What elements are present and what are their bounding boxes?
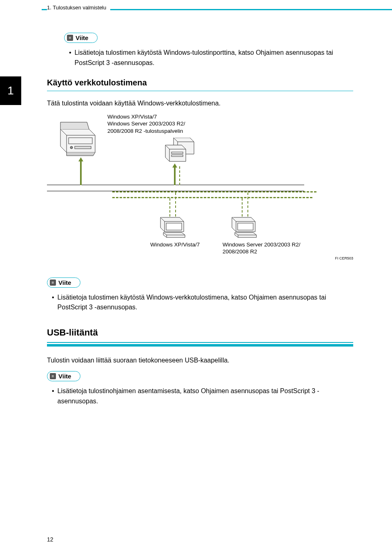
network-dashed-line (175, 192, 176, 217)
note-icon: ≡ (67, 35, 73, 41)
bullet-text: Lisätietoja tulostimen käytöstä Windows-… (58, 293, 353, 313)
svg-rect-0 (69, 138, 92, 144)
body-text: Tulostin voidaan liittää suoraan tietoko… (47, 356, 353, 365)
diagram-code: FI CER503 (335, 256, 353, 260)
reference-badge: ≡ Viite (47, 277, 80, 288)
svg-rect-3 (172, 152, 183, 154)
network-diagram: Windows XP/Vista/7 Windows Server 2003/2… (47, 113, 353, 273)
bullet-text: Lisätietoja tulostinohjaimen asentamises… (58, 386, 353, 407)
body-text: Tätä tulostinta voidaan käyttää Windows-… (47, 98, 353, 108)
section-rule (47, 344, 353, 347)
viite-label: Viite (76, 34, 88, 41)
svg-point-1 (70, 146, 73, 149)
diagram-label: Windows Server 2003/2003 R2/ 2008/2008 R… (223, 241, 301, 255)
computer-icon (229, 215, 259, 240)
viite-label: Viite (58, 279, 71, 286)
arrow-icon (78, 157, 83, 161)
network-dashed-line (112, 191, 316, 192)
chapter-number: 1 (7, 84, 14, 97)
section-rule (47, 91, 353, 91)
network-arrow (80, 160, 82, 185)
heading-usb: USB-liitäntä (47, 327, 353, 338)
note-icon: ≡ (50, 280, 56, 286)
network-arrow (174, 166, 176, 185)
network-dashed-line (242, 198, 243, 217)
section-rule (47, 342, 353, 343)
network-dashed-line (169, 198, 170, 217)
note-icon: ≡ (50, 373, 56, 379)
network-dashed-line (179, 166, 180, 185)
bullet-item: Lisätietoja tulostimen käytöstä Windows-… (64, 48, 353, 68)
diagram-label: Windows XP/Vista/7 Windows Server 2003/2… (107, 113, 185, 135)
reference-badge: ≡ Viite (64, 33, 98, 43)
computer-icon (157, 215, 188, 240)
arrow-icon (172, 163, 177, 168)
server-icon (161, 138, 198, 166)
svg-rect-2 (75, 146, 91, 149)
viite-label: Viite (58, 373, 71, 380)
printer-icon (54, 119, 99, 160)
bullet-item: Lisätietoja tulostimen käytöstä Windows-… (47, 293, 353, 313)
svg-rect-4 (172, 155, 183, 157)
bullet-item: Lisätietoja tulostinohjaimen asentamises… (47, 386, 353, 407)
reference-badge: ≡ Viite (47, 371, 80, 381)
network-dashed-line (112, 197, 312, 198)
network-dashed-line (247, 192, 248, 217)
subheading: Käyttö verkkotulostimena (47, 78, 353, 87)
page-number: 12 (47, 536, 53, 543)
bullet-text: Lisätietoja tulostimen käytöstä Windows-… (75, 48, 353, 68)
network-line (47, 185, 304, 185)
svg-rect-6 (238, 223, 253, 230)
breadcrumb: 1. Tulostuksen valmistelu (47, 4, 110, 11)
diagram-label: Windows XP/Vista/7 (150, 241, 200, 248)
svg-rect-5 (166, 223, 182, 230)
chapter-tab: 1 (0, 76, 21, 105)
